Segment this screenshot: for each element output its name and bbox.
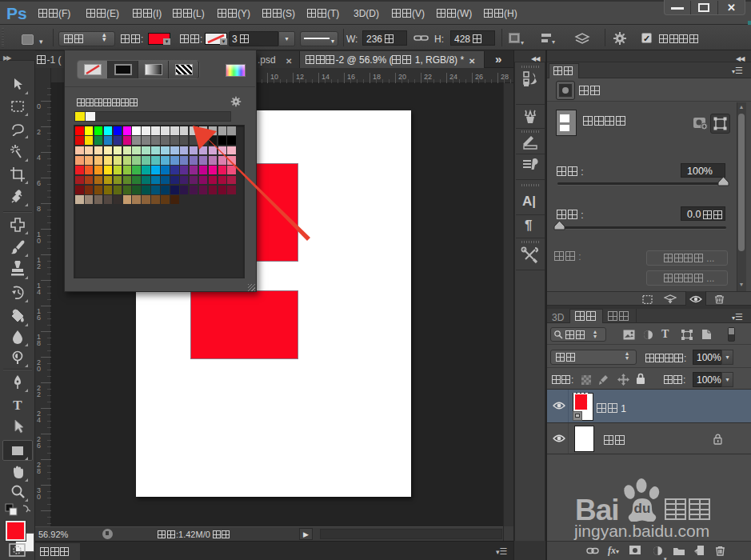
svg-text:du: du xyxy=(634,501,651,516)
svg-text:T: T xyxy=(13,398,22,413)
svg-text:▾: ▾ xyxy=(552,38,555,45)
